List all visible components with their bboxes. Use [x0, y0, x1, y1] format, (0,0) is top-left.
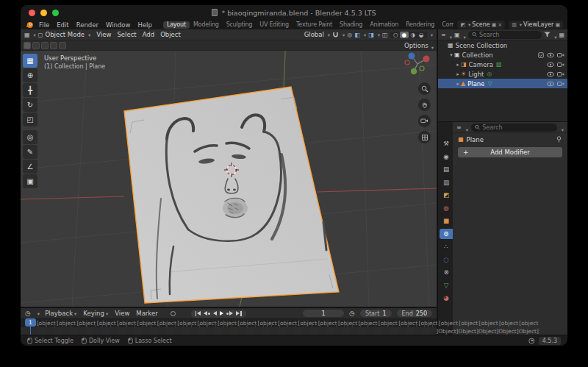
eye-icon[interactable] — [547, 81, 554, 87]
new-collection-icon[interactable]: ▦ — [559, 32, 564, 38]
object-name[interactable]: Plane — [467, 80, 484, 88]
viewport-menu-item[interactable]: Object — [160, 31, 181, 38]
expand-icon[interactable]: ▸ — [455, 62, 461, 68]
workspace-tab[interactable]: Rendering — [402, 21, 438, 29]
timeline-menu-item[interactable]: Marker — [136, 310, 157, 317]
app-menu-item[interactable]: Window — [102, 21, 135, 29]
object-name[interactable]: Light — [468, 71, 484, 78]
properties-tab[interactable]: ◍ — [440, 203, 453, 213]
editor-type-icon[interactable]: ◷ — [25, 310, 31, 317]
play-reverse-button[interactable] — [213, 311, 217, 316]
select-mode-invert-icon[interactable] — [50, 42, 57, 49]
jump-to-start-button[interactable] — [196, 311, 201, 316]
editor-type-icon[interactable]: ≡ — [441, 32, 446, 38]
eye-icon[interactable] — [547, 62, 554, 68]
properties-tab[interactable]: ◌ — [440, 254, 453, 265]
tool-button[interactable]: ╋ — [23, 83, 37, 97]
camera-visibility-icon[interactable] — [557, 52, 564, 58]
zoom-window-button[interactable] — [52, 10, 59, 16]
app-menu-item[interactable]: Edit — [53, 21, 72, 29]
expand-icon[interactable]: ▸ — [455, 71, 461, 77]
properties-tab[interactable]: ◩ — [440, 190, 453, 200]
app-menu-item[interactable]: File — [35, 21, 53, 29]
outliner-row[interactable]: Scene Collection — [438, 40, 567, 50]
frame-start-field[interactable]: Start 1 — [360, 310, 392, 317]
shading-mode-button[interactable]: ◑ — [409, 32, 417, 38]
toggle-xray-icon[interactable]: ◫ — [382, 32, 388, 38]
properties-tab[interactable]: ◕ — [440, 293, 453, 303]
workspace-tab[interactable]: Sculpting — [223, 21, 257, 29]
properties-tab[interactable]: ◉ — [440, 152, 453, 162]
properties-tab[interactable]: ⊗ — [440, 267, 453, 277]
timeline-menu-item[interactable]: Playback — [45, 310, 76, 317]
tool-button[interactable]: ↻ — [23, 98, 37, 112]
unlink-scene-icon[interactable]: × — [498, 22, 502, 28]
camera-visibility-icon[interactable] — [557, 62, 564, 68]
app-menu-item[interactable]: Render — [73, 21, 102, 29]
add-modifier-button[interactable]: + Add Modifier — [458, 147, 562, 157]
workspace-tab[interactable]: Texture Paint — [293, 21, 336, 29]
nav-gizmo[interactable] — [402, 49, 433, 79]
filter-funnel-icon[interactable] — [544, 32, 551, 38]
outliner-row[interactable]: ▸ Camera — [438, 60, 567, 69]
options-dropdown[interactable]: Options — [404, 42, 429, 49]
breadcrumb-object-name[interactable]: Plane — [467, 136, 484, 143]
camera-view-button[interactable] — [418, 115, 431, 127]
blender-logo-icon[interactable] — [25, 21, 34, 29]
properties-search[interactable] — [471, 124, 557, 132]
expand-icon[interactable]: ▾ — [448, 52, 454, 58]
workspace-tab[interactable]: Layout — [163, 21, 190, 29]
shading-mode-button[interactable]: ○ — [392, 32, 401, 38]
workspace-tab[interactable]: Shading — [336, 21, 366, 29]
properties-tab[interactable]: ⚙ — [440, 229, 453, 239]
snap-magnet-icon[interactable] — [332, 32, 339, 38]
viewport-menu-item[interactable]: Add — [143, 31, 154, 38]
tool-button[interactable]: ◰ — [23, 113, 37, 127]
search-input[interactable] — [482, 124, 553, 131]
pin-icon[interactable] — [556, 136, 562, 143]
proportional-edit-icon[interactable]: ◎ — [347, 32, 352, 38]
viewport-canvas[interactable] — [21, 29, 437, 307]
jump-to-end-button[interactable] — [236, 311, 242, 316]
shading-mode-button[interactable]: ● — [400, 32, 409, 38]
viewport-menu-item[interactable]: View — [96, 31, 111, 38]
mode-selector[interactable]: Object Mode — [45, 31, 85, 38]
select-mode-intersect-icon[interactable] — [59, 42, 66, 49]
plane-object[interactable] — [124, 87, 339, 303]
editor-type-icon[interactable]: ≡ — [456, 124, 462, 131]
minimize-window-button[interactable] — [40, 10, 47, 16]
show-overlays-icon[interactable]: ◨ — [368, 32, 374, 38]
workspace-tab[interactable]: UV Editing — [256, 21, 293, 29]
tool-button[interactable]: ⊕ — [23, 68, 37, 82]
3d-viewport[interactable]: ▦ ◻ Object Mode ViewSelectAddObject Glob… — [21, 29, 437, 307]
camera-visibility-icon[interactable] — [557, 71, 564, 77]
move-view-button[interactable] — [418, 99, 431, 111]
outliner-search[interactable] — [468, 31, 542, 39]
object-name[interactable]: Collection — [462, 51, 493, 59]
new-scene-icon[interactable]: ▣ — [492, 22, 497, 28]
new-view-layer-icon[interactable]: ▣ — [555, 22, 560, 28]
close-window-button[interactable] — [29, 10, 35, 16]
zoom-view-button[interactable] — [418, 82, 431, 95]
properties-tab[interactable]: ▽ — [440, 280, 453, 291]
shading-mode-button[interactable]: ◒ — [417, 32, 426, 38]
eye-icon[interactable] — [547, 71, 554, 77]
properties-tab[interactable]: ⚒ — [440, 138, 453, 149]
outliner-row[interactable]: ▾ Collection — [438, 50, 567, 60]
playback-range-clock-icon[interactable]: ◷ — [349, 310, 355, 317]
timeline-menu-item[interactable]: Keying — [83, 310, 108, 317]
select-mode-extend-icon[interactable] — [32, 42, 40, 49]
properties-tab[interactable]: ∴ — [440, 241, 453, 252]
tool-button[interactable]: ◎ — [23, 130, 37, 144]
display-mode-icon[interactable]: ▣ — [454, 32, 460, 38]
show-gizmo-icon[interactable]: ◧ — [354, 32, 360, 38]
perspective-ortho-button[interactable] — [418, 131, 431, 143]
play-button[interactable] — [220, 311, 223, 316]
auto-keying-button[interactable] — [171, 311, 176, 316]
properties-tab[interactable]: ▤ — [440, 164, 453, 174]
next-keyframe-button[interactable] — [226, 311, 233, 316]
select-mode-subtract-icon[interactable] — [41, 42, 49, 49]
checkbox-icon[interactable] — [538, 52, 544, 58]
workspace-tab[interactable]: Modeling — [190, 21, 223, 29]
eye-icon[interactable] — [547, 52, 554, 58]
